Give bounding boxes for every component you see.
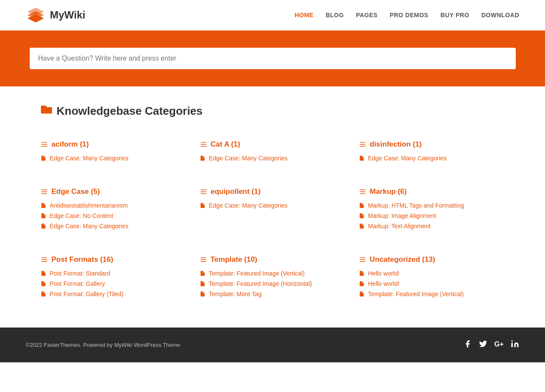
list-item: Markup: Image Alignment — [359, 212, 505, 219]
category-link[interactable]: Post Format: Gallery — [50, 280, 105, 287]
category-name: Cat A (1) — [211, 140, 240, 149]
list-icon — [200, 188, 207, 196]
svg-rect-24 — [200, 257, 206, 258]
list-icon — [40, 188, 48, 196]
list-item: Markup: Text Alignment — [359, 223, 505, 230]
category-title-equipollent: equipollent (1) — [200, 187, 346, 196]
folder-icon — [40, 104, 52, 119]
linkedin-link[interactable] — [511, 340, 519, 350]
category-link[interactable]: Edge Case: Many Categories — [50, 155, 129, 162]
nav-item-pages[interactable]: PAGES — [356, 12, 377, 18]
nav-item-home[interactable]: HOME — [295, 12, 314, 18]
svg-rect-8 — [200, 146, 206, 147]
svg-rect-11 — [360, 146, 366, 147]
category-title-post-formats: Post Formats (16) — [40, 255, 187, 264]
list-item: Edge Case: Many Categories — [40, 223, 187, 230]
twitter-link[interactable] — [479, 340, 487, 350]
category-link[interactable]: Hello world! — [368, 270, 400, 277]
logo-icon — [26, 5, 46, 25]
doc-icon — [359, 281, 365, 287]
svg-rect-26 — [200, 261, 206, 262]
svg-rect-7 — [200, 144, 206, 145]
doc-icon — [40, 270, 46, 276]
search-box — [30, 48, 516, 69]
logo[interactable]: MyWiki — [26, 5, 85, 25]
section-title: Knowledgebase Categories — [40, 104, 505, 119]
category-items-edge-case: Antidisestablishmentarianism Edge Case: … — [40, 202, 187, 230]
category-items-uncategorized: Hello world! Hello world! Template: Feat… — [359, 270, 505, 297]
nav-item-download[interactable]: DOWNLOAD — [481, 12, 519, 18]
facebook-link[interactable] — [463, 340, 472, 350]
list-item: Markup: HTML Tags and Formatting — [359, 202, 505, 209]
category-items-disinfection: Edge Case: Many Categories — [359, 155, 505, 162]
list-icon — [200, 256, 207, 263]
category-link[interactable]: Edge Case: No Content — [50, 212, 114, 219]
list-icon — [40, 141, 48, 148]
svg-rect-23 — [41, 261, 47, 262]
nav-item-pro-demos[interactable]: PRO DEMOS — [390, 12, 428, 18]
category-title-template: Template (10) — [200, 255, 346, 264]
category-name: Uncategorized (13) — [370, 255, 435, 264]
category-title-cat-a: Cat A (1) — [200, 140, 346, 149]
list-item: Edge Case: No Content — [40, 212, 187, 219]
svg-rect-17 — [200, 193, 206, 194]
svg-point-30 — [511, 340, 513, 342]
search-input[interactable] — [38, 55, 507, 62]
category-name: Edge Case (5) — [52, 187, 100, 196]
category-link[interactable]: Edge Case: Many Categories — [209, 202, 288, 209]
category-title-aciform: aciform (1) — [40, 140, 187, 149]
list-item: Hello world! — [359, 280, 505, 287]
category-link[interactable]: Hello world! — [368, 280, 400, 287]
category-link[interactable]: Template: Featured Image (Horizontal) — [209, 280, 312, 287]
list-item: Edge Case: Many Categories — [200, 155, 346, 162]
list-icon — [359, 141, 366, 148]
category-link[interactable]: Template: More Tag — [209, 291, 262, 297]
nav-item-buy-pro[interactable]: BUY PRO — [440, 12, 469, 18]
category-name: Markup (6) — [370, 187, 407, 196]
doc-icon — [200, 281, 206, 287]
list-item: Template: Featured Image (Horizontal) — [200, 280, 346, 287]
doc-icon — [359, 202, 365, 208]
list-item: Template: More Tag — [200, 291, 346, 297]
svg-rect-27 — [360, 257, 366, 258]
category-link[interactable]: Post Format: Gallery (Tiled) — [50, 291, 123, 297]
category-block-disinfection: disinfection (1) Edge Case: Many Categor… — [359, 136, 505, 166]
category-link[interactable]: Edge Case: Many Categories — [209, 155, 288, 162]
category-link[interactable]: Markup: HTML Tags and Formatting — [368, 202, 464, 209]
category-link[interactable]: Post Format: Standard — [50, 270, 111, 277]
doc-icon — [200, 291, 206, 297]
categories-grid: aciform (1) Edge Case: Many Categories C… — [40, 136, 505, 302]
nav-item-blog[interactable]: BLOG — [326, 12, 344, 18]
svg-rect-18 — [360, 190, 366, 190]
svg-rect-21 — [41, 257, 47, 258]
doc-icon — [200, 202, 206, 208]
category-items-aciform: Edge Case: Many Categories — [40, 155, 187, 162]
svg-rect-25 — [200, 259, 206, 260]
doc-icon — [359, 270, 365, 276]
svg-rect-10 — [360, 144, 366, 145]
category-link[interactable]: Edge Case: Many Categories — [50, 223, 129, 230]
list-item: Template: Featured Image (Vertical) — [200, 270, 346, 277]
list-item: Edge Case: Many Categories — [200, 202, 346, 209]
category-name: equipollent (1) — [211, 187, 261, 196]
site-header: MyWiki HOMEBLOGPAGESPRO DEMOSBUY PRODOWN… — [0, 0, 545, 31]
category-link[interactable]: Template: Featured Image (Vertical) — [368, 291, 464, 297]
googleplus-link[interactable]: G+ — [494, 340, 504, 350]
svg-rect-19 — [360, 191, 366, 192]
doc-icon — [359, 223, 365, 229]
category-link[interactable]: Edge Case: Many Categories — [368, 155, 447, 162]
main-content: Knowledgebase Categories aciform (1) Edg… — [15, 86, 531, 328]
list-item: Edge Case: Many Categories — [359, 155, 505, 162]
svg-rect-12 — [41, 190, 47, 190]
category-link[interactable]: Markup: Image Alignment — [368, 212, 437, 219]
category-link[interactable]: Antidisestablishmentarianism — [50, 202, 128, 209]
svg-rect-28 — [360, 259, 366, 260]
category-block-edge-case: Edge Case (5) Antidisestablishmentariani… — [40, 183, 187, 234]
svg-rect-16 — [200, 191, 206, 192]
list-item: Antidisestablishmentarianism — [40, 202, 187, 209]
logo-text: MyWiki — [50, 9, 85, 21]
main-nav: HOMEBLOGPAGESPRO DEMOSBUY PRODOWNLOAD — [295, 12, 519, 18]
category-link[interactable]: Template: Featured Image (Vertical) — [209, 270, 305, 277]
category-link[interactable]: Markup: Text Alignment — [368, 223, 431, 230]
list-item: Post Format: Standard — [40, 270, 187, 277]
